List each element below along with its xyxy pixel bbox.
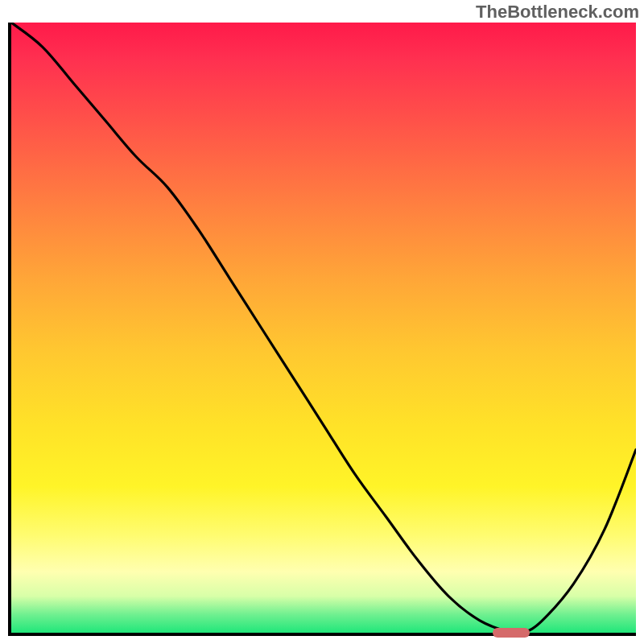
watermark-text: TheBottleneck.com: [476, 2, 639, 23]
optimal-range-marker: [493, 628, 530, 638]
chart-root: TheBottleneck.com: [0, 0, 644, 644]
plot-area: [8, 23, 636, 636]
bottleneck-curve: [11, 23, 636, 633]
